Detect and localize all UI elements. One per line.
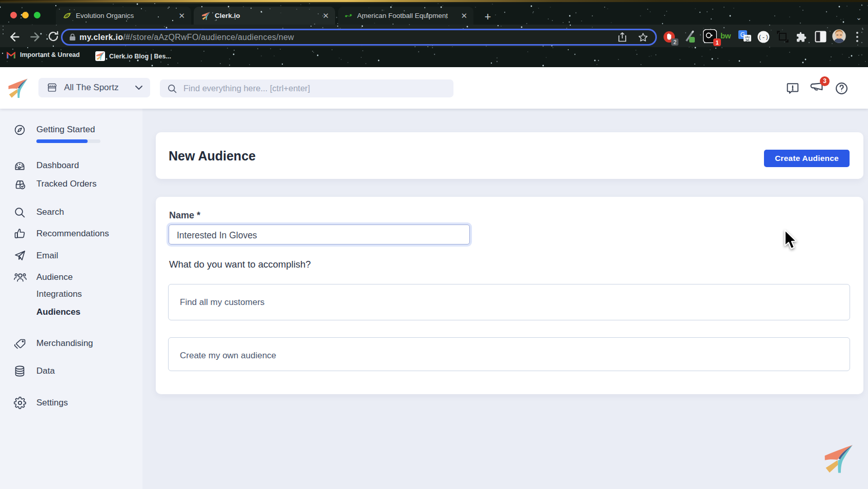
svg-text:(-): (-): [758, 34, 769, 40]
